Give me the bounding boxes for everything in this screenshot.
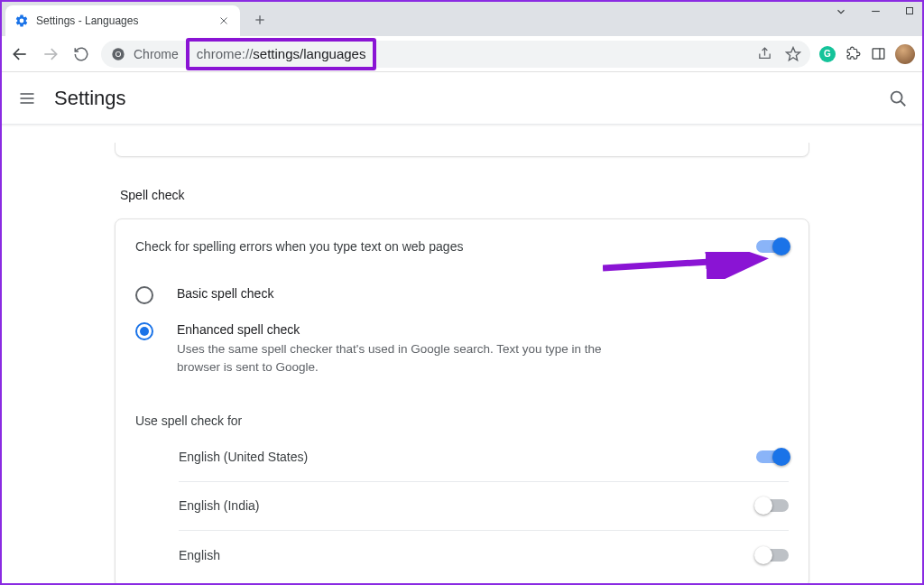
window-maximize-icon[interactable] xyxy=(902,5,917,21)
settings-content: Spell check Check for spelling errors wh… xyxy=(0,125,924,585)
language-row: English xyxy=(179,531,789,580)
use-spell-check-for-label: Use spell check for xyxy=(135,413,789,428)
language-name: English xyxy=(179,548,220,562)
address-bar[interactable]: Chrome chrome://settings/languages xyxy=(101,41,810,68)
browser-toolbar: Chrome chrome://settings/languages G xyxy=(0,36,924,72)
extensions-icon[interactable] xyxy=(845,46,861,62)
menu-hamburger-icon[interactable] xyxy=(18,89,36,107)
language-name: English (India) xyxy=(179,498,260,513)
svg-line-18 xyxy=(901,101,905,106)
address-bar-url: chrome://settings/languages xyxy=(197,46,366,61)
spell-check-master-toggle[interactable] xyxy=(756,240,789,253)
search-settings-icon[interactable] xyxy=(888,88,908,111)
window-controls xyxy=(834,5,917,21)
radio-enhanced-label: Enhanced spell check xyxy=(177,322,646,337)
spell-check-card: Check for spelling errors when you type … xyxy=(115,218,809,585)
reload-icon[interactable] xyxy=(70,43,92,65)
svg-marker-11 xyxy=(787,47,800,60)
svg-rect-5 xyxy=(907,8,913,14)
radio-enhanced-spell-check[interactable]: Enhanced spell check Uses the same spell… xyxy=(135,313,789,386)
svg-rect-12 xyxy=(873,49,884,59)
spell-check-language-list: English (United States) English (India) … xyxy=(135,433,789,580)
language-name: English (United States) xyxy=(179,450,308,464)
language-toggle[interactable] xyxy=(756,450,789,463)
tab-title: Settings - Languages xyxy=(36,14,209,27)
language-toggle[interactable] xyxy=(756,549,789,562)
radio-icon[interactable] xyxy=(135,286,153,304)
browser-tab[interactable]: Settings - Languages xyxy=(5,5,240,36)
language-toggle[interactable] xyxy=(756,499,789,512)
radio-icon[interactable] xyxy=(135,322,153,340)
settings-title: Settings xyxy=(54,87,126,110)
settings-app-header: Settings xyxy=(0,72,924,125)
chrome-logo-icon xyxy=(110,43,126,65)
forward-icon[interactable] xyxy=(40,43,61,65)
profile-avatar[interactable] xyxy=(895,44,915,64)
language-row: English (India) xyxy=(179,482,789,531)
back-icon[interactable] xyxy=(9,43,31,65)
radio-enhanced-description: Uses the same spell checker that's used … xyxy=(177,340,646,377)
address-origin-label: Chrome xyxy=(134,47,179,61)
window-minimize-icon[interactable] xyxy=(868,5,882,21)
tab-close-icon[interactable] xyxy=(217,14,231,28)
bookmark-star-icon[interactable] xyxy=(785,46,801,62)
window-chevron-icon[interactable] xyxy=(834,5,848,21)
browser-titlebar: Settings - Languages xyxy=(0,0,924,36)
spell-check-master-row: Check for spelling errors when you type … xyxy=(135,236,789,277)
new-tab-button[interactable] xyxy=(249,9,271,31)
share-icon[interactable] xyxy=(756,46,772,62)
spell-check-master-label: Check for spelling errors when you type … xyxy=(135,239,463,254)
settings-gear-icon xyxy=(14,14,29,28)
radio-basic-spell-check[interactable]: Basic spell check xyxy=(135,277,789,313)
svg-point-10 xyxy=(116,51,120,55)
language-row: English (United States) xyxy=(179,433,789,482)
previous-card-bottom xyxy=(115,143,809,157)
side-panel-icon[interactable] xyxy=(870,46,886,62)
section-spell-check-label: Spell check xyxy=(120,188,809,202)
extension-grammarly-icon[interactable]: G xyxy=(819,46,836,62)
radio-basic-label: Basic spell check xyxy=(177,286,273,301)
svg-point-17 xyxy=(892,92,902,103)
annotation-url-highlight: chrome://settings/languages xyxy=(186,38,377,70)
